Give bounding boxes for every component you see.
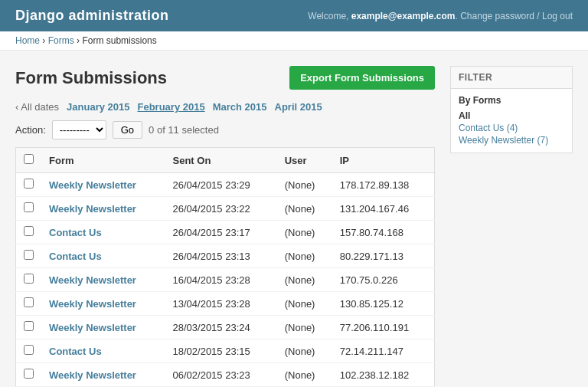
form-link[interactable]: Weekly Newsletter: [49, 298, 136, 310]
row-checkbox: [16, 197, 42, 221]
table-row: Weekly Newsletter 28/03/2015 23:24 (None…: [16, 316, 435, 339]
logout-link[interactable]: Log out: [542, 11, 573, 21]
row-user: (None): [277, 244, 332, 268]
by-forms-title: By Forms: [459, 95, 564, 106]
header-sent-on[interactable]: Sent On: [165, 148, 277, 173]
header-user[interactable]: User: [277, 148, 332, 173]
change-password-link[interactable]: Change password: [460, 11, 534, 21]
row-user: (None): [277, 292, 332, 316]
form-link[interactable]: Weekly Newsletter: [49, 369, 136, 381]
filter-link[interactable]: Contact Us (4): [459, 122, 564, 134]
row-checkbox-input[interactable]: [24, 226, 34, 236]
form-link[interactable]: Weekly Newsletter: [49, 274, 136, 286]
row-checkbox-input[interactable]: [24, 274, 34, 284]
date-link-1[interactable]: February 2015: [138, 101, 205, 113]
table-row: Weekly Newsletter 26/04/2015 23:29 (None…: [16, 173, 435, 197]
row-ip: 170.75.0.226: [332, 268, 435, 292]
action-select[interactable]: ---------: [52, 120, 106, 139]
breadcrumb-home[interactable]: Home: [15, 35, 40, 46]
row-checkbox: [16, 316, 42, 339]
row-checkbox: [16, 268, 42, 292]
action-label: Action:: [15, 124, 46, 136]
row-checkbox-input[interactable]: [24, 345, 34, 355]
go-button[interactable]: Go: [113, 121, 142, 139]
row-sent-on: 18/02/2015 23:15: [165, 339, 277, 363]
row-ip: 72.14.211.147: [332, 339, 435, 363]
form-link[interactable]: Contact Us: [49, 227, 102, 238]
row-ip: 77.206.110.191: [332, 316, 435, 339]
row-user: (None): [277, 363, 332, 387]
table-row: Weekly Newsletter 13/04/2015 23:28 (None…: [16, 292, 435, 316]
form-link[interactable]: Weekly Newsletter: [49, 203, 136, 215]
row-checkbox: [16, 292, 42, 316]
action-row: Action: --------- Go 0 of 11 selected: [15, 120, 435, 139]
all-dates-link[interactable]: ‹ All dates: [15, 101, 59, 113]
row-checkbox-input[interactable]: [24, 297, 34, 307]
table-row: Weekly Newsletter 26/04/2015 23:22 (None…: [16, 197, 435, 221]
filter-section: By Forms AllContact Us (4)Weekly Newslet…: [451, 89, 572, 153]
date-link-0[interactable]: January 2015: [67, 101, 129, 113]
sidebar: Filter By Forms AllContact Us (4)Weekly …: [450, 66, 573, 387]
form-link[interactable]: Contact Us: [49, 251, 102, 262]
main-container: Form Submissions Export Form Submissions…: [0, 51, 588, 387]
select-all-checkbox[interactable]: [24, 154, 34, 164]
row-form: Weekly Newsletter: [41, 173, 165, 197]
row-form: Weekly Newsletter: [41, 316, 165, 339]
row-user: (None): [277, 268, 332, 292]
breadcrumb: Home › Forms › Form submissions: [0, 31, 588, 51]
page-title: Form Submissions: [15, 68, 167, 88]
row-ip: 178.172.89.138: [332, 173, 435, 197]
form-link[interactable]: Weekly Newsletter: [49, 322, 136, 333]
row-checkbox: [16, 363, 42, 387]
row-sent-on: 13/04/2015 23:28: [165, 292, 277, 316]
filter-link[interactable]: All: [459, 110, 564, 122]
row-form: Contact Us: [41, 244, 165, 268]
row-user: (None): [277, 339, 332, 363]
row-ip: 157.80.74.168: [332, 221, 435, 244]
content-area: Form Submissions Export Form Submissions…: [15, 66, 435, 387]
header: Django administration Welcome, example@e…: [0, 0, 588, 31]
row-sent-on: 26/04/2015 23:13: [165, 244, 277, 268]
form-link[interactable]: Contact Us: [49, 346, 102, 357]
user-info: Welcome, example@example.com. Change pas…: [308, 11, 573, 21]
site-title: Django administration: [15, 8, 169, 24]
row-sent-on: 26/04/2015 23:17: [165, 221, 277, 244]
row-ip: 130.85.125.12: [332, 292, 435, 316]
date-link-2[interactable]: March 2015: [213, 101, 267, 113]
row-checkbox: [16, 221, 42, 244]
row-sent-on: 26/04/2015 23:22: [165, 197, 277, 221]
row-user: (None): [277, 221, 332, 244]
breadcrumb-current: Form submissions: [82, 35, 156, 46]
row-ip: 80.229.171.13: [332, 244, 435, 268]
header-form[interactable]: Form: [41, 148, 165, 173]
form-link[interactable]: Weekly Newsletter: [49, 179, 136, 191]
header-ip[interactable]: IP: [332, 148, 435, 173]
row-sent-on: 26/04/2015 23:29: [165, 173, 277, 197]
date-link-3[interactable]: April 2015: [275, 101, 322, 113]
user-email: example@example.com: [351, 11, 456, 21]
row-form: Contact Us: [41, 221, 165, 244]
row-sent-on: 16/04/2015 23:28: [165, 268, 277, 292]
row-form: Weekly Newsletter: [41, 292, 165, 316]
submissions-table: Form Sent On User IP Weekly Newsletter 2…: [15, 147, 435, 387]
row-checkbox-input[interactable]: [24, 321, 34, 331]
row-checkbox-input[interactable]: [24, 179, 34, 189]
row-form: Weekly Newsletter: [41, 197, 165, 221]
separator: /: [537, 11, 542, 21]
export-button[interactable]: Export Form Submissions: [289, 66, 435, 90]
row-user: (None): [277, 197, 332, 221]
row-user: (None): [277, 173, 332, 197]
row-checkbox-input[interactable]: [24, 369, 34, 379]
table-row: Contact Us 26/04/2015 23:17 (None) 157.8…: [16, 221, 435, 244]
row-checkbox: [16, 173, 42, 197]
row-sent-on: 06/02/2015 23:23: [165, 363, 277, 387]
row-form: Weekly Newsletter: [41, 268, 165, 292]
filter-link[interactable]: Weekly Newsletter (7): [459, 134, 564, 146]
table-row: Weekly Newsletter 16/04/2015 23:28 (None…: [16, 268, 435, 292]
breadcrumb-forms[interactable]: Forms: [48, 35, 74, 46]
row-checkbox-input[interactable]: [24, 202, 34, 212]
row-checkbox-input[interactable]: [24, 250, 34, 260]
table-row: Weekly Newsletter 06/02/2015 23:23 (None…: [16, 363, 435, 387]
table-row: Contact Us 26/04/2015 23:13 (None) 80.22…: [16, 244, 435, 268]
breadcrumb-sep1: ›: [42, 35, 47, 46]
